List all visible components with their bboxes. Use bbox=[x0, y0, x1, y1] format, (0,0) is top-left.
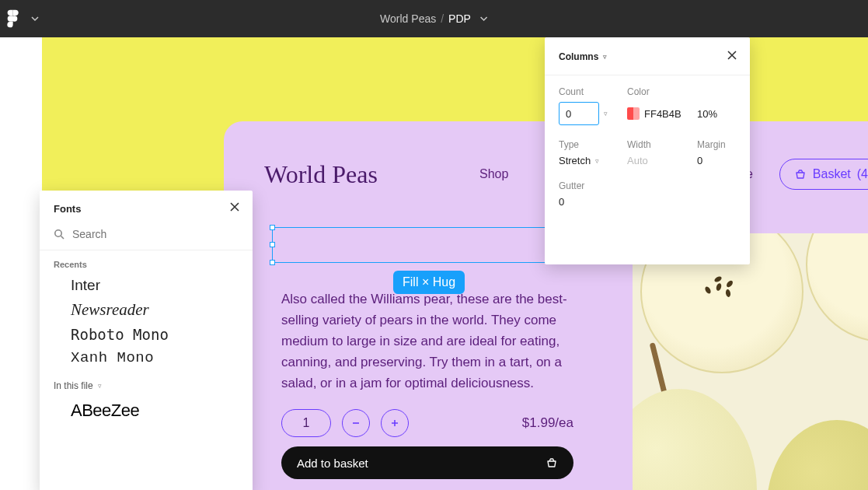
chevron-down-icon: ▿ bbox=[98, 382, 102, 390]
columns-panel-title[interactable]: Columns ▿ bbox=[559, 51, 607, 62]
font-item-abeezee[interactable]: ABeeZee bbox=[40, 396, 253, 421]
nav-shop[interactable]: Shop bbox=[479, 167, 508, 181]
add-to-basket-button[interactable]: Add to basket bbox=[281, 446, 573, 479]
color-opacity[interactable]: 10% bbox=[697, 102, 744, 125]
fonts-panel[interactable]: Fonts Recents Inter Newsreader Roboto Mo… bbox=[40, 191, 253, 490]
product-image[interactable] bbox=[633, 233, 868, 490]
quantity-row: 1 $1.99/ea bbox=[281, 409, 573, 437]
search-icon bbox=[54, 229, 64, 240]
color-swatch[interactable] bbox=[627, 107, 640, 120]
project-name[interactable]: World Peas bbox=[380, 12, 436, 25]
margin-input[interactable]: 0 bbox=[697, 155, 744, 166]
type-value: Stretch bbox=[559, 155, 591, 166]
resize-handle[interactable] bbox=[270, 225, 275, 230]
columns-grid: Count Color 0 ▿ FF4B4B 10% Type Width Ma… bbox=[545, 75, 750, 208]
color-field[interactable]: FF4B4B bbox=[627, 102, 697, 125]
canvas[interactable]: World Peas Shop file Basket (4 Fill × Hu… bbox=[0, 37, 868, 490]
basket-icon bbox=[546, 457, 558, 469]
in-file-label: In this file bbox=[54, 380, 93, 391]
toolbar-left bbox=[6, 9, 39, 29]
margin-label: Margin bbox=[697, 139, 744, 150]
color-hex[interactable]: FF4B4B bbox=[644, 108, 682, 120]
width-value: Auto bbox=[627, 155, 697, 166]
fonts-panel-header: Fonts bbox=[40, 191, 253, 223]
chevron-down-icon[interactable] bbox=[480, 15, 488, 23]
columns-panel[interactable]: Columns ▿ Count Color 0 ▿ FF4B4B 10% Typ… bbox=[545, 37, 750, 264]
chevron-down-icon[interactable]: ▿ bbox=[604, 110, 608, 117]
basket-icon bbox=[794, 168, 807, 180]
fonts-search-row bbox=[40, 223, 253, 250]
basket-button[interactable]: Basket (4 bbox=[779, 159, 868, 190]
breadcrumb-sep: / bbox=[441, 12, 444, 25]
recents-label: Recents bbox=[40, 250, 253, 274]
count-field: 0 ▿ bbox=[559, 102, 627, 125]
font-item-newsreader[interactable]: Newsreader bbox=[40, 297, 253, 323]
figma-logo-icon[interactable] bbox=[6, 9, 20, 29]
gutter-label: Gutter bbox=[559, 180, 627, 191]
add-to-basket-label: Add to basket bbox=[297, 457, 368, 470]
count-label: Count bbox=[559, 86, 627, 97]
basket-label: Basket bbox=[813, 167, 851, 181]
count-input[interactable]: 0 bbox=[559, 102, 599, 125]
page-name[interactable]: PDP bbox=[448, 12, 471, 25]
in-this-file-toggle[interactable]: In this file ▿ bbox=[40, 369, 253, 396]
color-label: Color bbox=[627, 86, 697, 97]
resize-handle[interactable] bbox=[270, 242, 275, 247]
font-item-inter[interactable]: Inter bbox=[40, 274, 253, 297]
decrement-button[interactable] bbox=[342, 409, 370, 437]
price-label: $1.99/ea bbox=[522, 415, 573, 431]
gutter-input[interactable]: 0 bbox=[559, 196, 627, 208]
close-icon[interactable] bbox=[727, 50, 737, 64]
product-description[interactable]: Also called the Williams pear, these are… bbox=[281, 289, 572, 394]
columns-panel-header: Columns ▿ bbox=[545, 47, 750, 75]
brand-logo: World Peas bbox=[264, 160, 378, 189]
svg-point-1 bbox=[55, 230, 61, 236]
breadcrumb[interactable]: World Peas / PDP bbox=[380, 12, 488, 25]
columns-title-text: Columns bbox=[559, 51, 598, 62]
chevron-down-icon[interactable] bbox=[31, 15, 39, 23]
fonts-search-input[interactable] bbox=[72, 228, 240, 240]
quantity-controls: 1 bbox=[281, 409, 409, 437]
width-label: Width bbox=[627, 139, 697, 150]
font-item-xanh-mono[interactable]: Xanh Mono bbox=[40, 346, 253, 369]
fonts-panel-title: Fonts bbox=[54, 203, 81, 215]
close-icon[interactable] bbox=[229, 201, 240, 215]
selected-frame-outline[interactable] bbox=[272, 227, 572, 263]
chevron-down-icon: ▿ bbox=[595, 157, 599, 165]
quantity-value[interactable]: 1 bbox=[281, 409, 331, 437]
type-label: Type bbox=[559, 139, 627, 150]
resize-handle[interactable] bbox=[270, 260, 275, 265]
app-toolbar: World Peas / PDP bbox=[0, 0, 868, 37]
chevron-down-icon: ▿ bbox=[603, 53, 607, 61]
type-select[interactable]: Stretch ▿ bbox=[559, 155, 627, 166]
font-item-roboto-mono[interactable]: Roboto Mono bbox=[40, 323, 253, 346]
basket-count: (4 bbox=[857, 167, 868, 181]
increment-button[interactable] bbox=[381, 409, 409, 437]
